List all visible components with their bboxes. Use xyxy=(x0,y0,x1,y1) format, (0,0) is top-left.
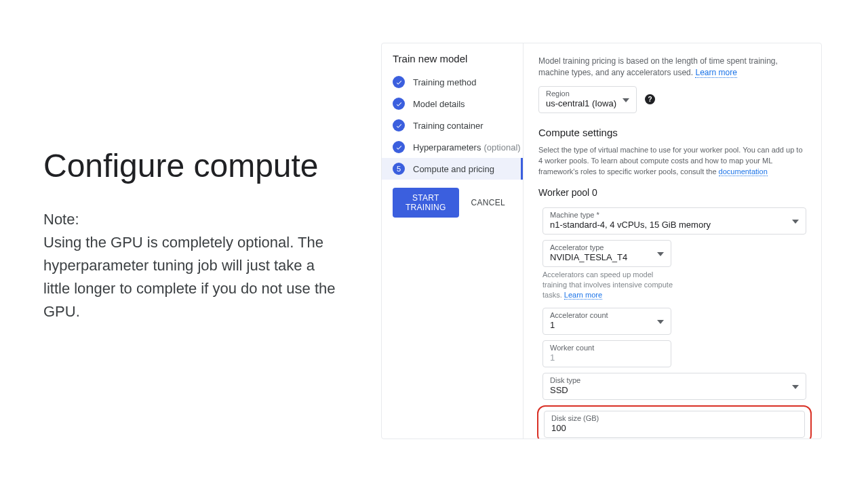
chevron-down-icon xyxy=(623,95,629,104)
step-model-details[interactable]: Model details xyxy=(382,93,523,115)
disk-type-label: Disk type xyxy=(550,376,799,384)
wizard-content: Model training pricing is based on the l… xyxy=(524,43,821,439)
chevron-down-icon xyxy=(792,382,799,391)
disk-size-highlight: Disk size (GB) 100 xyxy=(537,405,812,439)
step-training-method[interactable]: Training method xyxy=(382,71,523,93)
accel-hint: Accelerators can speed up model training… xyxy=(542,270,678,301)
help-icon[interactable]: ? xyxy=(645,94,655,104)
note-label: Note: xyxy=(43,211,79,228)
train-model-panel: Train new model Training method Model de… xyxy=(381,43,822,439)
sidebar-title: Train new model xyxy=(382,53,523,71)
step-compute-pricing[interactable]: 5 Compute and pricing xyxy=(382,158,523,180)
check-icon xyxy=(393,98,405,110)
region-value: us-central1 (Iowa) xyxy=(546,98,629,108)
disk-size-value: 100 xyxy=(551,423,797,433)
step-training-container[interactable]: Training container xyxy=(382,115,523,136)
accelerator-type-select[interactable]: Accelerator type NVIDIA_TESLA_T4 xyxy=(542,240,671,267)
step-label: Model details xyxy=(413,99,465,109)
region-select[interactable]: Region us-central1 (Iowa) xyxy=(538,86,637,113)
region-label: Region xyxy=(546,89,629,98)
check-icon xyxy=(393,76,405,88)
documentation-link[interactable]: documentation xyxy=(719,167,768,176)
accel-type-label: Accelerator type xyxy=(550,243,664,251)
step-label: Training method xyxy=(413,77,476,87)
machine-type-label: Machine type * xyxy=(550,211,799,219)
disk-type-value: SSD xyxy=(550,385,799,395)
compute-desc: Select the type of virtual machine to us… xyxy=(538,145,806,178)
accelerator-count-select[interactable]: Accelerator count 1 xyxy=(542,308,671,335)
step-label: Compute and pricing xyxy=(413,164,494,174)
machine-type-value: n1-standard-4, 4 vCPUs, 15 GiB memory xyxy=(550,220,799,230)
worker-count-input[interactable]: Worker count 1 xyxy=(542,340,671,367)
disk-size-label: Disk size (GB) xyxy=(551,414,797,422)
learn-more-link[interactable]: Learn more xyxy=(695,68,736,78)
cancel-button[interactable]: CANCEL xyxy=(465,188,512,218)
compute-heading: Compute settings xyxy=(538,127,806,138)
step-label: Training container xyxy=(413,121,484,131)
step-label: Hyperparameters xyxy=(413,142,481,152)
worker-pool-title: Worker pool 0 xyxy=(538,187,806,198)
accel-count-label: Accelerator count xyxy=(550,311,664,319)
slide-title: Configure compute xyxy=(43,146,342,186)
disk-type-select[interactable]: Disk type SSD xyxy=(542,373,806,400)
worker-count-label: Worker count xyxy=(550,344,664,352)
worker-pool-fields: Machine type * n1-standard-4, 4 vCPUs, 1… xyxy=(538,207,806,439)
disk-size-input[interactable]: Disk size (GB) 100 xyxy=(544,411,805,438)
chevron-down-icon xyxy=(792,216,799,226)
pricing-desc: Model training pricing is based on the l… xyxy=(538,56,806,79)
accel-type-value: NVIDIA_TESLA_T4 xyxy=(550,252,664,262)
accel-learn-more-link[interactable]: Learn more xyxy=(564,291,602,300)
chevron-down-icon xyxy=(657,249,664,258)
slide-note: Note: Using the GPU is completely option… xyxy=(43,208,342,323)
check-icon xyxy=(393,119,405,131)
worker-count-value: 1 xyxy=(550,352,664,363)
region-row: Region us-central1 (Iowa) ? xyxy=(538,86,806,113)
slide-text: Configure compute Note: Using the GPU is… xyxy=(43,146,342,323)
start-training-button[interactable]: START TRAINING xyxy=(393,188,459,218)
chevron-down-icon xyxy=(657,317,664,326)
step-optional: (optional) xyxy=(484,142,520,152)
step-number-icon: 5 xyxy=(393,163,405,175)
step-hyperparameters[interactable]: Hyperparameters (optional) xyxy=(382,136,523,158)
note-body: Using the GPU is completely optional. Th… xyxy=(43,234,335,320)
sidebar-actions: START TRAINING CANCEL xyxy=(382,180,523,226)
wizard-sidebar: Train new model Training method Model de… xyxy=(382,43,524,439)
check-icon xyxy=(393,141,405,153)
accel-count-value: 1 xyxy=(550,320,664,330)
machine-type-select[interactable]: Machine type * n1-standard-4, 4 vCPUs, 1… xyxy=(542,207,806,235)
